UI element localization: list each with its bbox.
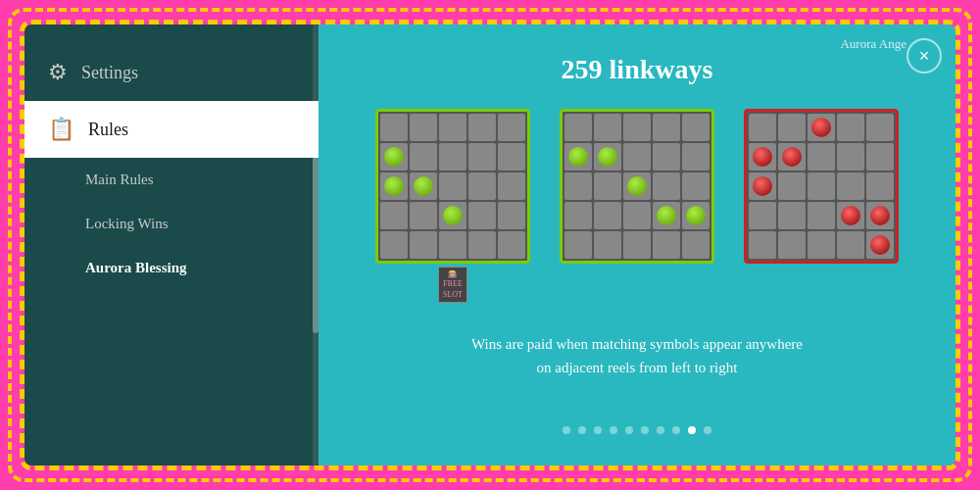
description: Wins are paid when matching symbols appe… <box>471 332 803 379</box>
cell-4-2 <box>623 231 651 259</box>
grid-1-cells <box>378 112 527 261</box>
close-button[interactable]: × <box>906 38 942 74</box>
dots-row <box>563 426 711 446</box>
cell-1-3 <box>653 143 680 171</box>
cell-1-0 <box>564 143 592 171</box>
circle-3-3 <box>841 206 860 225</box>
cell-0-0 <box>380 114 408 141</box>
grid-2-wrapper <box>560 109 714 268</box>
dot-7[interactable] <box>672 426 680 434</box>
circle-1-0 <box>568 147 588 167</box>
outer-border: ⚙ Settings 📋 Rules Main Rules Locking Wi… <box>20 20 960 470</box>
grids-row: 🎰FREESLOT <box>375 109 899 268</box>
circle-1-0 <box>384 147 404 167</box>
cell-0-1 <box>778 114 806 141</box>
sidebar-subitem-locking-wins[interactable]: Locking Wins <box>24 202 318 246</box>
main-content: Aurora Ange × 259 linkways 🎰FREESLOT <box>318 24 956 466</box>
cell-0-2 <box>808 114 835 141</box>
cell-4-1 <box>778 231 806 259</box>
circle-1-0 <box>753 147 772 167</box>
cell-2-3 <box>468 172 496 200</box>
dot-1[interactable] <box>578 426 586 434</box>
cell-2-4 <box>682 172 710 200</box>
sidebar-subitems: Main Rules Locking Wins Aurora Blessing <box>24 158 318 290</box>
cell-4-2 <box>808 231 835 259</box>
cell-3-1 <box>594 202 621 229</box>
dot-8[interactable] <box>688 426 696 434</box>
cell-3-1 <box>778 202 806 229</box>
dot-3[interactable] <box>610 426 617 434</box>
sidebar-item-settings[interactable]: ⚙ Settings <box>24 44 318 101</box>
cell-4-2 <box>439 231 466 259</box>
cell-2-0 <box>564 172 592 200</box>
cell-4-0 <box>564 231 592 259</box>
sidebar-subitem-aurora-blessing[interactable]: Aurora Blessing <box>24 246 318 290</box>
grid-3 <box>744 109 899 264</box>
cell-4-4 <box>866 231 894 259</box>
cell-4-0 <box>380 231 408 259</box>
cell-1-0 <box>749 143 776 171</box>
cell-4-3 <box>653 231 680 259</box>
sidebar: ⚙ Settings 📋 Rules Main Rules Locking Wi… <box>24 24 318 466</box>
page-wrapper: ⚙ Settings 📋 Rules Main Rules Locking Wi… <box>0 0 980 490</box>
cell-1-2 <box>623 143 651 171</box>
circle-2-0 <box>384 176 404 196</box>
cell-4-4 <box>498 231 525 259</box>
sidebar-subitem-main-rules[interactable]: Main Rules <box>24 158 318 202</box>
dot-4[interactable] <box>625 426 633 434</box>
cell-3-3 <box>837 202 864 229</box>
cell-4-4 <box>682 231 710 259</box>
cell-2-2 <box>439 172 466 200</box>
cell-2-4 <box>498 172 525 200</box>
circle-0-2 <box>811 118 831 137</box>
dot-9[interactable] <box>704 426 711 434</box>
circle-3-3 <box>657 206 676 225</box>
cell-4-3 <box>468 231 496 259</box>
cell-1-3 <box>468 143 496 171</box>
dot-5[interactable] <box>641 426 649 434</box>
dot-0[interactable] <box>563 426 570 434</box>
cell-1-1 <box>410 143 437 171</box>
grid-3-wrapper <box>744 109 899 268</box>
cell-0-2 <box>439 114 466 141</box>
cell-0-2 <box>623 114 651 141</box>
main-title: 259 linkways <box>562 54 713 85</box>
cell-4-3 <box>837 231 864 259</box>
cell-3-4 <box>682 202 710 229</box>
cell-0-3 <box>837 114 864 141</box>
cell-2-0 <box>380 172 408 200</box>
circle-4-4 <box>870 235 890 255</box>
settings-label: Settings <box>81 63 138 83</box>
top-label: Aurora Ange <box>840 36 906 52</box>
cell-0-4 <box>498 114 525 141</box>
dot-2[interactable] <box>594 426 602 434</box>
cell-3-0 <box>564 202 592 229</box>
cell-3-0 <box>380 202 408 229</box>
dot-6[interactable] <box>657 426 664 434</box>
grid-1 <box>375 109 530 264</box>
cell-2-1 <box>594 172 621 200</box>
cell-4-1 <box>410 231 437 259</box>
circle-3-4 <box>870 206 890 225</box>
grid-3-cells <box>747 112 896 261</box>
circle-1-1 <box>782 147 802 167</box>
circle-1-1 <box>598 147 617 167</box>
cell-4-0 <box>749 231 776 259</box>
circle-3-2 <box>443 206 463 225</box>
cell-2-4 <box>866 172 894 200</box>
circle-3-4 <box>686 206 706 225</box>
cell-3-4 <box>866 202 894 229</box>
cell-1-3 <box>837 143 864 171</box>
sidebar-item-rules[interactable]: 📋 Rules <box>24 101 318 158</box>
cell-0-4 <box>682 114 710 141</box>
cell-1-4 <box>498 143 525 171</box>
grid-1-wrapper: 🎰FREESLOT <box>375 109 530 268</box>
rules-icon: 📋 <box>48 117 74 142</box>
free-slot-overlay: 🎰FREESLOT <box>438 267 467 303</box>
cell-2-3 <box>653 172 680 200</box>
cell-1-1 <box>778 143 806 171</box>
cell-3-1 <box>410 202 437 229</box>
cell-2-1 <box>410 172 437 200</box>
cell-0-4 <box>866 114 894 141</box>
cell-4-1 <box>594 231 621 259</box>
